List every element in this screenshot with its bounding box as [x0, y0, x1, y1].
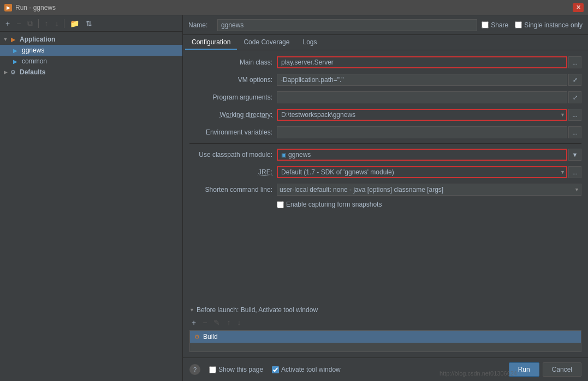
main-class-row: Main class: ...	[189, 56, 581, 69]
before-launch-down-button[interactable]: ↓	[235, 317, 243, 328]
common-label: common	[22, 57, 47, 65]
vm-options-expand-button[interactable]: ⤢	[568, 74, 581, 86]
copy-config-button[interactable]: ⧉	[25, 17, 35, 29]
enable-snapshots-row: Enable capturing form snapshots	[277, 201, 581, 208]
working-dir-wrapper: ▼ ...	[277, 109, 581, 121]
program-args-input[interactable]	[277, 91, 567, 103]
show-page-checkbox[interactable]	[209, 366, 216, 373]
before-launch-remove-button[interactable]: −	[200, 317, 209, 328]
classpath-dropdown-button[interactable]: ▼	[568, 149, 581, 161]
bottom-right: Run Cancel	[509, 362, 581, 377]
before-launch-header: ▼ Before launch: Build, Activate tool wi…	[189, 306, 581, 314]
cancel-button[interactable]: Cancel	[543, 362, 581, 377]
defaults-icon: ⚙	[9, 68, 17, 77]
tree-container: ▼ ▶ Application ▶ ggnews ▶ common ▶ ⚙ De…	[0, 32, 182, 381]
before-launch-add-button[interactable]: +	[189, 317, 198, 328]
ggnews-label: ggnews	[22, 46, 44, 54]
enable-snapshots-label[interactable]: Enable capturing form snapshots	[277, 201, 382, 208]
program-args-wrapper: ⤢	[277, 91, 581, 103]
application-group-icon: ▶	[9, 35, 17, 44]
jre-value: Default (1.7 - SDK of 'ggnews' module)	[281, 168, 394, 176]
classpath-label: Use classpath of module:	[189, 151, 277, 159]
main-class-input[interactable]	[277, 56, 567, 68]
enable-snapshots-checkbox[interactable]	[277, 201, 284, 208]
classpath-wrapper: ▣ ggnews ▼	[277, 149, 581, 161]
before-launch-list: ⚙ Build	[189, 330, 581, 352]
name-input[interactable]	[217, 19, 477, 31]
activate-tool-checkbox[interactable]	[272, 366, 279, 373]
build-label: Build	[203, 333, 218, 341]
shorten-cmd-row: Shorten command line: user-local default…	[189, 183, 581, 196]
ggnews-config-icon: ▶	[11, 46, 20, 55]
sidebar-item-application[interactable]: ▼ ▶ Application	[0, 34, 182, 45]
expand-arrow-defaults: ▶	[2, 69, 9, 75]
before-launch-title: Before launch: Build, Activate tool wind…	[197, 306, 318, 314]
before-launch-edit-button[interactable]: ✎	[211, 317, 222, 328]
defaults-label: Defaults	[20, 68, 45, 76]
bottom-left: ? Show this page Activate tool window	[189, 364, 341, 375]
working-dir-label: Working directory:	[189, 111, 277, 119]
expand-arrow-application: ▼	[2, 36, 9, 43]
classpath-row: Use classpath of module: ▣ ggnews ▼	[189, 148, 581, 161]
env-vars-input[interactable]	[277, 126, 567, 138]
sidebar-toolbar: + − ⧉ ↑ ↓ 📁 ⇅	[0, 15, 182, 32]
jre-select-wrapper: Default (1.7 - SDK of 'ggnews' module) ▼	[277, 166, 567, 178]
working-dir-more-button[interactable]: ...	[568, 109, 581, 121]
single-instance-checkbox[interactable]	[515, 21, 522, 28]
folder-button[interactable]: 📁	[68, 18, 81, 29]
build-icon: ⚙	[194, 333, 200, 341]
share-checkbox[interactable]	[482, 21, 489, 28]
help-button[interactable]: ?	[189, 364, 200, 375]
divider-1	[189, 143, 581, 144]
working-dir-row: Working directory: ▼ ...	[189, 108, 581, 121]
before-launch-section: ▼ Before launch: Build, Activate tool wi…	[183, 306, 588, 357]
share-options: Share Single instance only	[482, 21, 583, 29]
remove-config-button[interactable]: −	[14, 18, 23, 29]
application-label: Application	[20, 36, 55, 43]
tab-configuration[interactable]: Configuration	[185, 35, 237, 50]
vm-options-label: VM options:	[189, 76, 277, 84]
sidebar-item-common[interactable]: ▶ common	[0, 56, 182, 67]
tabs-row: Configuration Code Coverage Logs	[183, 35, 588, 50]
before-launch-toolbar: + − ✎ ↑ ↓	[189, 317, 581, 328]
window-title: Run - ggnews	[15, 4, 56, 11]
name-field-label: Name:	[188, 21, 213, 29]
activate-tool-label[interactable]: Activate tool window	[272, 366, 341, 373]
program-args-row: Program arguments: ⤢	[189, 91, 581, 104]
vm-options-wrapper: ⤢	[277, 74, 581, 86]
share-label[interactable]: Share	[482, 21, 508, 29]
working-dir-select-wrapper: ▼	[277, 109, 567, 121]
vm-options-row: VM options: ⤢	[189, 73, 581, 86]
single-instance-label[interactable]: Single instance only	[515, 21, 583, 29]
jre-wrapper: Default (1.7 - SDK of 'ggnews' module) ▼…	[277, 166, 581, 178]
before-launch-item-build[interactable]: ⚙ Build	[190, 331, 581, 343]
program-args-expand-button[interactable]: ⤢	[568, 91, 581, 103]
sidebar-item-defaults[interactable]: ▶ ⚙ Defaults	[0, 67, 182, 78]
sidebar: + − ⧉ ↑ ↓ 📁 ⇅ ▼ ▶ Application ▶ ggnews	[0, 15, 183, 381]
shorten-cmd-select-wrapper: user-local default: none - java [options…	[277, 184, 581, 196]
tab-code-coverage[interactable]: Code Coverage	[237, 35, 296, 50]
add-config-button[interactable]: +	[3, 18, 12, 29]
move-down-button[interactable]: ↓	[52, 18, 61, 29]
classpath-value: ggnews	[288, 151, 311, 159]
separator-2	[64, 19, 64, 28]
show-page-label[interactable]: Show this page	[209, 366, 263, 373]
move-up-button[interactable]: ↑	[42, 18, 50, 29]
tab-logs[interactable]: Logs	[296, 35, 323, 50]
working-dir-input[interactable]	[277, 109, 567, 121]
before-launch-arrow[interactable]: ▼	[189, 307, 194, 313]
shorten-cmd-select[interactable]: user-local default: none - java [options…	[277, 184, 581, 196]
sort-button[interactable]: ⇅	[84, 18, 94, 29]
close-button[interactable]: ✕	[573, 3, 584, 12]
config-content: Main class: ... VM options: ⤢ Program ar…	[183, 50, 588, 306]
vm-options-input[interactable]	[277, 74, 567, 86]
jre-input[interactable]: Default (1.7 - SDK of 'ggnews' module)	[277, 166, 567, 178]
sidebar-item-ggnews[interactable]: ▶ ggnews	[0, 45, 182, 56]
before-launch-up-button[interactable]: ↑	[224, 317, 233, 328]
jre-more-button[interactable]: ...	[568, 166, 581, 178]
module-icon: ▣	[281, 152, 286, 158]
main-class-more-button[interactable]: ...	[568, 56, 581, 68]
env-vars-more-button[interactable]: ...	[568, 126, 581, 138]
common-config-icon: ▶	[11, 57, 20, 66]
right-panel: Name: Share Single instance only Configu…	[183, 15, 588, 381]
